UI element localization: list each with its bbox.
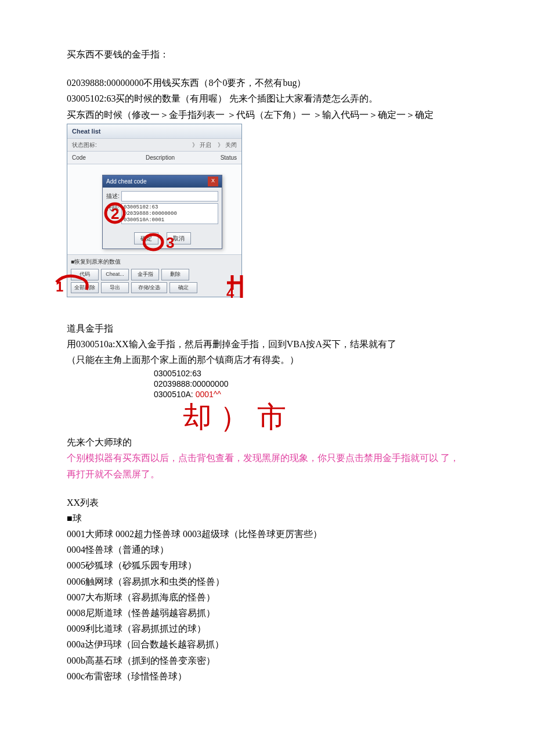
svg-text:1: 1 bbox=[56, 279, 63, 294]
desc-input[interactable] bbox=[121, 191, 218, 201]
list-item: 0001大师球 0002超力怪兽球 0003超级球（比怪兽球更厉害些） bbox=[67, 526, 467, 542]
code-line2: 02039888:00000000 bbox=[154, 379, 467, 389]
dialog-ok-button[interactable]: 确定 bbox=[134, 232, 158, 244]
dialog-cancel-button[interactable]: 取消 bbox=[167, 232, 191, 244]
code-input[interactable]: 03005102:63 02039888:00000000 0300510A:0… bbox=[121, 203, 218, 224]
list-item: 000b高基石球（抓到的怪兽变亲密） bbox=[67, 653, 467, 668]
intro-title: 买东西不要钱的金手指： bbox=[67, 46, 467, 62]
xxlist-title: XX列表 bbox=[67, 495, 467, 510]
open-label: 》 开启 bbox=[192, 142, 211, 148]
list-item: 0006触网球（容易抓水和虫类的怪兽） bbox=[67, 574, 467, 589]
intro-line2: 03005102:63买的时候的数量（有用喔） 先来个插图让大家看清楚怎么弄的。 bbox=[67, 91, 467, 106]
list-item: 0007大布斯球（容易抓海底的怪兽） bbox=[67, 589, 467, 605]
desc-label: 描述: bbox=[106, 191, 121, 201]
toolbar-delall-button[interactable]: 全部删除 bbox=[71, 282, 99, 293]
close-label: 》 关闭 bbox=[218, 142, 237, 148]
list-item: 0004怪兽球（普通的球） bbox=[67, 542, 467, 557]
restore-checkbox-label[interactable]: ■恢复到原来的数值 bbox=[71, 257, 238, 267]
toolbar-ok-button[interactable]: 确定 bbox=[169, 282, 197, 293]
col-code: Code bbox=[72, 153, 118, 163]
add-cheat-dialog: Add cheat code X 描述: 代码: 03005102:63 020… bbox=[102, 175, 222, 249]
list-item: 000a达伊玛球（回合数越长越容易抓） bbox=[67, 636, 467, 652]
code-label: 代码: bbox=[106, 203, 121, 213]
list-item: 000c布雷密球（珍惜怪兽球） bbox=[67, 668, 467, 684]
section2-title: 道具金手指 bbox=[67, 321, 467, 336]
col-status: Status bbox=[202, 153, 237, 163]
col-desc: Description bbox=[118, 153, 202, 163]
status-icon-label: 状态图标: bbox=[72, 140, 97, 150]
toolbar-export-button[interactable]: 导出 bbox=[101, 282, 129, 293]
code-line3: 0300510A: 0001^^ bbox=[154, 389, 467, 399]
section2-line2: （只能在主角上面那个家上面的那个镇商店才有得卖。） bbox=[67, 352, 467, 368]
section2-line1: 用0300510a:XX输入金手指，然后再删掉金手指，回到VBA按A买下，结果就… bbox=[67, 336, 467, 352]
list-item: 0008尼斯道球（怪兽越弱越容易抓） bbox=[67, 605, 467, 621]
list-item: 0009利比道球（容易抓抓过的球） bbox=[67, 621, 467, 636]
toolbar-cheat-button[interactable]: Cheat... bbox=[101, 269, 129, 280]
cheat-window-title: Cheat list bbox=[67, 124, 241, 139]
toolbar-save-button[interactable]: 存储/全选 bbox=[131, 282, 167, 293]
dialog-title: Add cheat code bbox=[106, 177, 147, 186]
toolbar-del-button[interactable]: 删除 bbox=[161, 269, 189, 280]
code-line1: 03005102:63 bbox=[154, 368, 467, 379]
toolbar-gs-button[interactable]: 金手指 bbox=[131, 269, 159, 280]
intro-line1: 02039888:00000000不用钱买东西（8个0要齐，不然有bug） bbox=[67, 75, 467, 91]
big-red-text: 却）市 bbox=[183, 399, 467, 434]
pink-note: 个别模拟器有买东西以后，点击背包查看，发现黑屏的现象，你只要点击禁用金手指就可以… bbox=[67, 450, 467, 481]
cheat-list-window: Cheat list 状态图标: 》 开启 》 关闭 Code Descript… bbox=[67, 124, 242, 297]
section2-line3: 先来个大师球的 bbox=[67, 434, 467, 450]
list-item: 0005砂狐球（砂狐乐园专用球） bbox=[67, 557, 467, 573]
intro-line3: 买东西的时候（修改一＞金手指列表一 ＞代码（左下角）一 ＞输入代码一＞确定一＞确… bbox=[67, 107, 467, 123]
dialog-close-icon[interactable]: X bbox=[208, 177, 218, 186]
toolbar-code-button[interactable]: 代码 bbox=[71, 269, 99, 280]
xxlist-category: ■球 bbox=[67, 510, 467, 526]
ball-list: 0001大师球 0002超力怪兽球 0003超级球（比怪兽球更厉害些） 0004… bbox=[67, 526, 467, 684]
